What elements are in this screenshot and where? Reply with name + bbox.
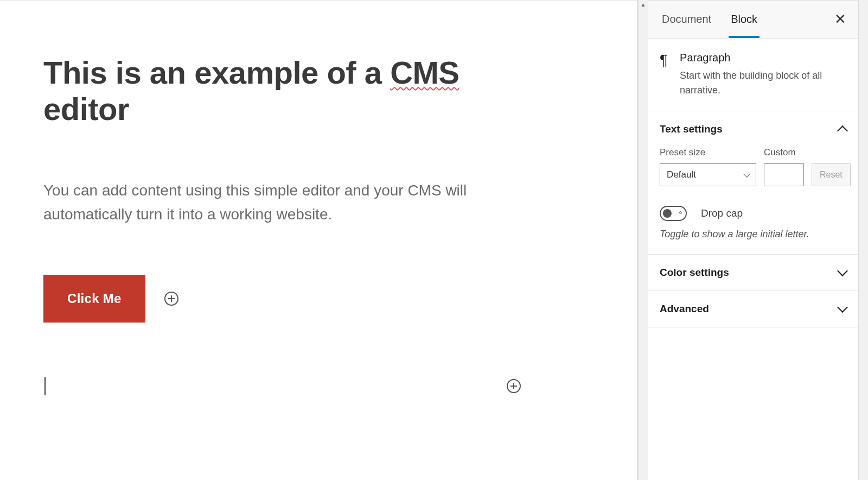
close-sidebar-icon[interactable]: ✕ [832, 9, 848, 30]
text-cursor [44, 377, 46, 395]
title-text-suffix: editor [43, 91, 129, 127]
scroll-up-icon[interactable]: ▲ [639, 0, 648, 9]
dropcap-label: Drop cap [701, 207, 743, 219]
font-size-controls: Preset size Default Custom Reset [660, 147, 846, 186]
panel-text-settings: Text settings Preset size Default Custom… [648, 111, 858, 255]
post-title[interactable]: This is an example of a CMS editor [43, 55, 532, 127]
preset-size-value: Default [667, 169, 696, 180]
editor-content: This is an example of a CMS editor You c… [0, 1, 575, 417]
chevron-down-icon [837, 266, 848, 276]
custom-size-label: Custom [764, 147, 804, 158]
cta-button[interactable]: Click Me [43, 275, 145, 323]
sidebar-scrollbar[interactable] [858, 0, 868, 480]
settings-sidebar: Document Block ✕ ¶ Paragraph Start with … [648, 0, 858, 480]
preset-size-select[interactable]: Default [660, 163, 756, 186]
panel-advanced: Advanced [648, 291, 858, 327]
paragraph-icon: ¶ [660, 53, 668, 98]
chevron-up-icon [837, 125, 848, 136]
panel-body-text-settings: Preset size Default Custom Reset Dr [648, 147, 858, 254]
panel-title: Text settings [660, 123, 723, 135]
dropcap-help-text: Toggle to show a large initial letter. [660, 229, 846, 240]
dropcap-toggle-row: Drop cap [660, 206, 846, 221]
block-type-description: Start with the building block of all nar… [680, 68, 846, 98]
panel-header-text-settings[interactable]: Text settings [648, 111, 858, 147]
reset-button[interactable]: Reset [812, 163, 851, 186]
toggle-knob [663, 209, 672, 218]
button-block-row: Click Me [43, 275, 532, 323]
panel-header-color-settings[interactable]: Color settings [648, 255, 858, 290]
panel-color-settings: Color settings [648, 255, 858, 291]
panel-title: Color settings [660, 267, 729, 279]
empty-paragraph-block[interactable] [43, 377, 532, 395]
chevron-down-icon [837, 302, 848, 313]
title-text-highlight: CMS [390, 55, 459, 90]
editor-scrollbar[interactable]: ▲ [638, 0, 648, 480]
tab-document[interactable]: Document [652, 1, 721, 38]
add-block-inline-icon[interactable] [507, 379, 521, 393]
custom-size-group: Custom [764, 147, 804, 186]
block-info-card: ¶ Paragraph Start with the building bloc… [648, 39, 858, 111]
chevron-down-icon [743, 170, 750, 178]
block-info-text: Paragraph Start with the building block … [680, 52, 846, 98]
editor-canvas[interactable]: This is an example of a CMS editor You c… [0, 0, 638, 480]
preset-size-group: Preset size Default [660, 147, 756, 186]
toggle-off-indicator [679, 211, 682, 214]
tab-block[interactable]: Block [721, 1, 767, 38]
panel-header-advanced[interactable]: Advanced [648, 291, 858, 327]
block-type-title: Paragraph [680, 52, 846, 64]
add-block-icon[interactable] [164, 292, 178, 306]
sidebar-tabs: Document Block ✕ [648, 1, 858, 39]
title-text-prefix: This is an example of a [43, 55, 390, 90]
panel-title: Advanced [660, 303, 709, 315]
dropcap-toggle[interactable] [660, 206, 687, 221]
custom-size-input[interactable] [764, 163, 804, 186]
preset-size-label: Preset size [660, 147, 756, 158]
paragraph-block[interactable]: You can add content using this simple ed… [43, 179, 532, 226]
